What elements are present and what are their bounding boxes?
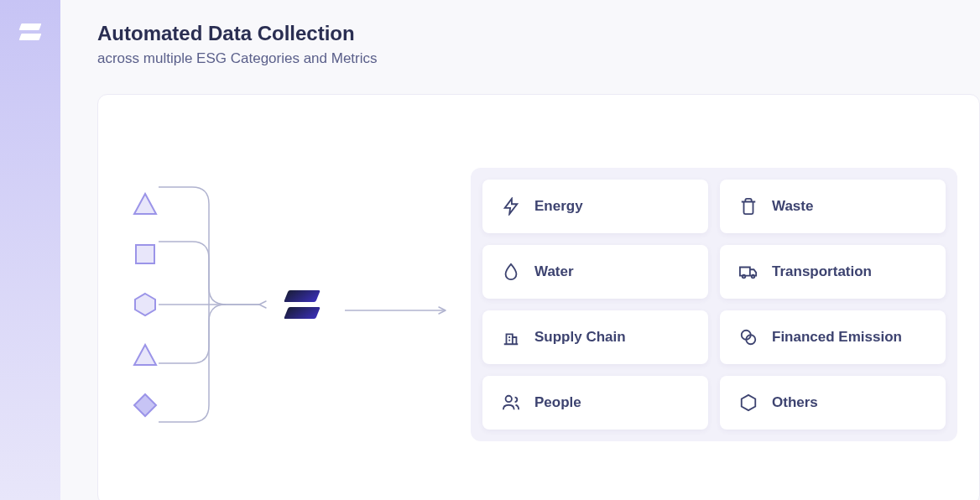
bolt-icon (501, 196, 521, 216)
page-subtitle: across multiple ESG Categories and Metri… (97, 50, 980, 67)
category-transportation: Transportation (720, 245, 946, 299)
source-triangle-icon (132, 341, 159, 368)
brand-logo-icon (20, 23, 40, 40)
category-label: Energy (534, 198, 583, 215)
svg-rect-0 (136, 245, 154, 263)
categories-grid: Energy Waste Water (471, 168, 957, 441)
category-water: Water (482, 245, 708, 299)
hexagon-icon (738, 393, 758, 413)
category-financed-emission: Financed Emission (720, 310, 946, 364)
building-icon (501, 327, 521, 347)
category-label: Transportation (772, 263, 872, 280)
sidebar (0, 0, 60, 500)
category-supply-chain: Supply Chain (482, 310, 708, 364)
page-title: Automated Data Collection (97, 22, 980, 45)
category-label: Water (534, 263, 574, 280)
category-label: Others (772, 394, 818, 411)
category-others: Others (720, 376, 946, 430)
category-label: Financed Emission (772, 329, 902, 346)
output-arrow (345, 304, 454, 305)
processor-logo-icon (286, 290, 318, 319)
truck-icon (738, 262, 758, 282)
main-content: Automated Data Collection across multipl… (60, 0, 980, 500)
category-energy: Energy (482, 180, 708, 233)
category-label: Waste (772, 198, 813, 215)
category-label: Supply Chain (534, 329, 626, 346)
people-icon (501, 393, 521, 413)
source-triangle-icon (132, 190, 159, 217)
source-square-icon (132, 241, 159, 268)
svg-point-4 (506, 396, 512, 402)
data-flow-diagram: Energy Waste Water (132, 125, 959, 484)
connector-lines (159, 162, 276, 447)
source-hexagon-icon (132, 291, 159, 318)
category-waste: Waste (720, 180, 946, 233)
source-diamond-icon (132, 392, 159, 419)
diagram-panel: Energy Waste Water (97, 94, 980, 500)
droplet-icon (501, 262, 521, 282)
coins-icon (738, 327, 758, 347)
category-label: People (534, 394, 581, 411)
trash-icon (738, 196, 758, 216)
category-people: People (482, 376, 708, 430)
source-shapes (132, 190, 159, 419)
